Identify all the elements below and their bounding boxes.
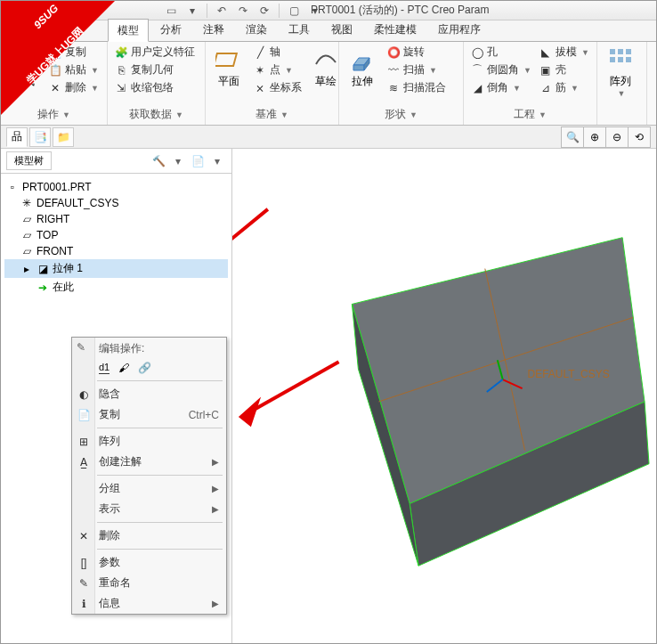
hole-icon: ◯: [470, 45, 484, 60]
tab-apps[interactable]: 应用程序: [428, 18, 491, 41]
plane-button[interactable]: 平面: [209, 44, 248, 91]
ctx-copy[interactable]: 📄复制Ctrl+C: [72, 404, 226, 425]
tab-view[interactable]: 视图: [321, 18, 362, 41]
tree-node-extrude1[interactable]: ▸◪拉伸 1: [4, 259, 228, 278]
copygeom-icon: ⎘: [114, 63, 128, 77]
refit-icon: ⟲: [635, 131, 644, 143]
ribbon-group-getdata: 🧩用户定义特征 ⎘复制几何 ⇲收缩包络 获取数据▼: [108, 42, 206, 125]
ctx-repr[interactable]: 表示▶: [72, 499, 226, 519]
zoom-out-icon: ⊖: [612, 131, 621, 143]
pattern-icon: ⊞: [77, 435, 91, 449]
tree-root[interactable]: ▫PRT0001.PRT: [4, 179, 228, 195]
extrude-icon: [348, 45, 377, 74]
shell-button[interactable]: ▣壳: [536, 61, 592, 78]
pattern-button[interactable]: 阵列▼: [601, 44, 640, 100]
csys-button[interactable]: ⨯坐标系: [250, 79, 304, 96]
graphics-area[interactable]: DEFAULT_CSYS: [232, 149, 656, 643]
extrude-button[interactable]: 拉伸: [343, 44, 382, 91]
zoom-in-button[interactable]: ⊕: [583, 126, 606, 148]
tree-node-insert-here[interactable]: ➔在此: [4, 278, 228, 297]
rename-icon: ✎: [77, 576, 91, 591]
tab-render[interactable]: 渲染: [236, 18, 277, 41]
refit-button[interactable]: ⟲: [628, 126, 651, 148]
hole-button[interactable]: ◯孔: [467, 44, 534, 61]
qat-undo-icon[interactable]: ↶: [212, 2, 231, 20]
tree-node-csys[interactable]: ✳DEFAULT_CSYS: [4, 195, 228, 211]
paste-button[interactable]: 📋粘贴▼: [45, 61, 101, 78]
qat-win-icon[interactable]: ▢: [284, 2, 304, 20]
rib-button[interactable]: ⊿筋▼: [536, 79, 592, 96]
tree-tool-show[interactable]: 📄: [189, 152, 207, 170]
round-button[interactable]: ⌒倒圆角▼: [467, 61, 534, 78]
ctx-delete[interactable]: ✕删除: [72, 526, 226, 546]
svg-rect-10: [610, 57, 615, 62]
ctx-rename[interactable]: ✎重命名: [72, 573, 226, 593]
axis-button[interactable]: ╱轴: [250, 44, 304, 61]
csys-icon: ✳: [20, 197, 33, 209]
svg-rect-12: [626, 57, 631, 62]
tree-header: 模型树 🔨 ▾ 📄 ▾: [1, 149, 231, 174]
ribbon-tabs: 模型 分析 注释 渲染 工具 视图 柔性建模 应用程序: [1, 20, 656, 42]
hide-icon: ◐: [77, 387, 91, 402]
ctx-suppress[interactable]: ◐隐含: [72, 384, 226, 404]
svg-rect-9: [626, 49, 631, 54]
tab-analysis[interactable]: 分析: [150, 18, 191, 41]
revolve-button[interactable]: ⭕旋转: [384, 44, 449, 61]
edit-icon: ✎: [77, 341, 85, 354]
model-view: DEFAULT_CSYS: [232, 149, 656, 643]
tree-tool-filter[interactable]: ▾: [169, 152, 187, 170]
rib-icon: ⊿: [539, 81, 553, 95]
udf-button[interactable]: 🧩用户定义特征: [111, 44, 198, 61]
draft-button[interactable]: ◣拔模▼: [536, 44, 592, 61]
panel-tab-layers[interactable]: 📑: [29, 127, 51, 147]
expand-icon[interactable]: ▸: [20, 263, 33, 275]
copy-icon: 📄: [77, 408, 91, 422]
sweep-button[interactable]: 〰扫描▼: [384, 61, 449, 78]
plane-icon: ▱: [20, 229, 33, 241]
point-button[interactable]: ✶点▼: [250, 61, 304, 78]
qat-regen-icon[interactable]: ⟳: [255, 2, 274, 20]
delete-button[interactable]: ✕删除▼: [45, 79, 101, 96]
tree-node-right[interactable]: ▱RIGHT: [4, 211, 228, 227]
tree-tool-settings[interactable]: 🔨: [150, 152, 167, 170]
ctx-group[interactable]: 分组▶: [72, 478, 226, 499]
ctx-params[interactable]: []参数: [72, 552, 226, 573]
regen-button[interactable]: 🔄生成: [4, 44, 44, 91]
insert-icon: ➔: [36, 281, 49, 294]
qat-redo-icon[interactable]: ↷: [233, 2, 253, 20]
part-icon: ▫: [6, 181, 19, 193]
ctx-pattern[interactable]: ⊞阵列: [72, 431, 226, 452]
ctx-info[interactable]: ℹ信息▶: [72, 593, 226, 614]
qat-new-icon[interactable]: ▭: [161, 2, 181, 20]
ctx-create-annot[interactable]: A̲创建注解▶: [72, 452, 226, 472]
info-icon: ℹ: [77, 597, 91, 611]
ribbon-group-shape: 拉伸 ⭕旋转 〰扫描▼ ≋扫描混合 形状▼: [339, 42, 464, 125]
panel-tab-tree[interactable]: 品: [6, 127, 28, 147]
zoom-fit-button[interactable]: 🔍: [561, 126, 584, 148]
tab-model[interactable]: 模型: [108, 19, 149, 42]
copygeom-button[interactable]: ⎘复制几何: [111, 61, 198, 78]
tab-tools[interactable]: 工具: [279, 18, 320, 41]
tree-node-front[interactable]: ▱FRONT: [4, 243, 228, 259]
tree-tool-more[interactable]: ▾: [208, 152, 226, 170]
folder-tab-icon: 📁: [57, 131, 70, 143]
shrinkwrap-button[interactable]: ⇲收缩包络: [111, 79, 198, 96]
param-icon: []: [77, 556, 91, 570]
chain-icon[interactable]: 🔗: [138, 362, 151, 374]
chamfer-button[interactable]: ◢倒角▼: [467, 79, 534, 96]
tab-annotate[interactable]: 注释: [193, 18, 234, 41]
copy-button[interactable]: 📄复制: [45, 44, 101, 61]
qat-open-icon[interactable]: ▾: [182, 2, 202, 20]
appearance-icon[interactable]: 🖌: [118, 362, 129, 374]
tree-node-top[interactable]: ▱TOP: [4, 227, 228, 243]
svg-rect-11: [618, 57, 623, 62]
panel-tab-folder[interactable]: 📁: [53, 127, 74, 147]
svg-rect-3: [215, 53, 237, 66]
sketch-icon: [312, 45, 340, 74]
paste-icon: 📋: [48, 63, 62, 77]
edit-dim-icon[interactable]: d1: [99, 362, 110, 374]
svg-line-22: [232, 209, 268, 282]
tab-flex[interactable]: 柔性建模: [364, 18, 426, 41]
blend-button[interactable]: ≋扫描混合: [384, 79, 449, 96]
zoom-out-button[interactable]: ⊖: [605, 126, 629, 148]
